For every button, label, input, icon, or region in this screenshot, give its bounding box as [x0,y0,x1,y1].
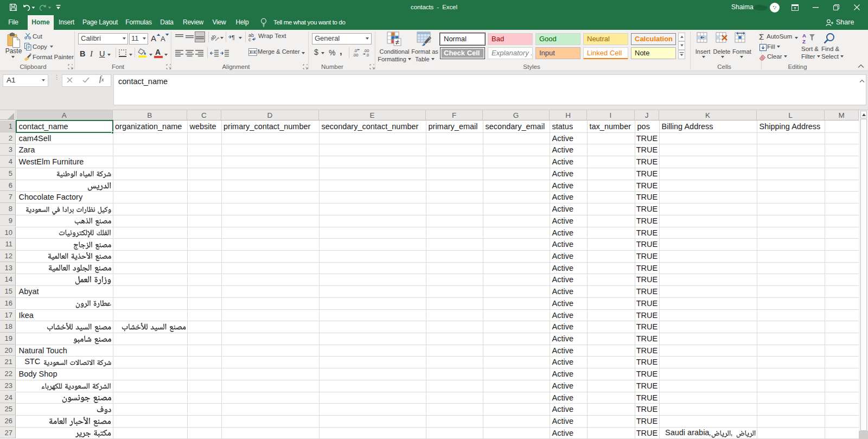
svg-text:A: A [802,33,806,39]
svg-text:.00: .00 [353,53,358,57]
svg-text:¶: ¶ [232,34,235,41]
svg-text:Z: Z [802,39,806,44]
svg-text:ab: ab [211,34,218,42]
svg-text:.0: .0 [366,53,369,57]
svg-text:c: c [248,37,251,42]
